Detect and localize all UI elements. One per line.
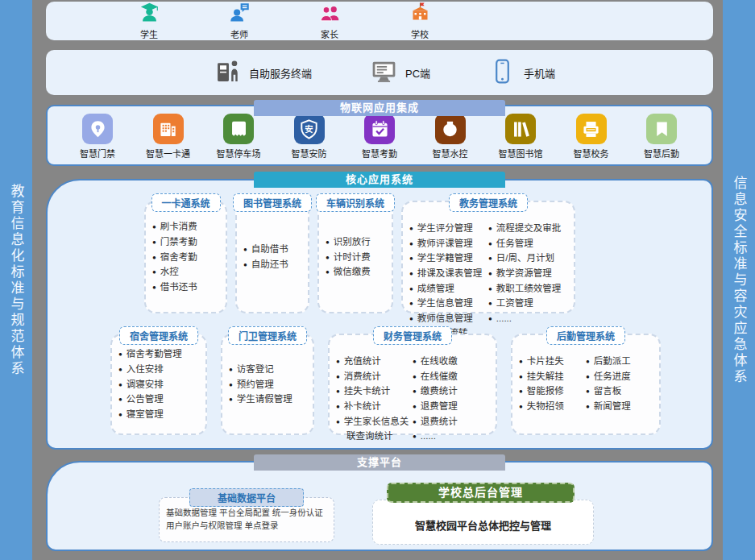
system-card-title: 财务管理系统 [373, 326, 452, 345]
iot-app-label: 智慧图书馆 [499, 147, 543, 160]
feature-list: 卡片挂失挂失解挂智能报修失物招领 [519, 354, 586, 414]
feature-item: 学生信息管理 [409, 296, 488, 311]
library-books-icon [505, 114, 536, 144]
iot-app-item: 智慧图书馆 [492, 114, 550, 160]
feature-item: 微信缴费 [326, 264, 385, 280]
support-platform-title: 支撑平台 [254, 454, 505, 471]
user-role-label: 老师 [230, 27, 248, 40]
feature-item: 学生请假管理 [229, 392, 306, 407]
feature-list: 刷卡消费门禁考勤宿舍考勤水控借书还书 [152, 219, 219, 294]
teacher-icon [229, 2, 251, 27]
iot-app-label: 智慧停车场 [217, 147, 261, 160]
iot-app-item: 智慧一卡通 [139, 114, 197, 160]
right-sidebar-label: 信息安全标准与容灾应急体系 [732, 176, 746, 385]
iot-app-item: 智慧校务 [562, 114, 620, 160]
school-backend-admin-card: 智慧校园平台总体把控与管理 [372, 500, 594, 545]
right-standards-sidebar: 信息安全标准与容灾应急体系 [723, 0, 755, 560]
terminal-item: 自助服务终端 [214, 57, 312, 89]
system-card-body: 刷卡消费门禁考勤宿舍考勤水控借书还书 [146, 202, 226, 312]
campus-card-icon [153, 114, 184, 144]
feature-item: 寝室管理 [118, 407, 199, 422]
feature-item: 挂失卡统计 [336, 384, 413, 399]
system-card-body: 学生评分管理教师评课管理学生学籍管理排课及课表管理成绩管理学生信息管理教师信息管… [403, 202, 574, 312]
parking-icon [223, 114, 254, 144]
terminal-label: 自助服务终端 [249, 65, 312, 81]
terminal-label: PC端 [405, 65, 430, 81]
user-role-label: 家长 [321, 27, 338, 40]
iot-app-item: 智慧水控 [421, 114, 479, 160]
feature-item: 教学资源管理 [488, 266, 567, 281]
feature-item: 水控 [152, 264, 219, 280]
parents-icon [319, 2, 341, 27]
access-terminals-row: 自助服务终端PC端手机端 [46, 50, 713, 95]
feature-item: 卡片挂失 [519, 354, 586, 369]
feature-item: 新闻管理 [586, 399, 653, 414]
terminal-item: 手机端 [488, 57, 555, 89]
feature-item: 成绩管理 [409, 281, 488, 297]
attendance-calendar-icon [364, 114, 395, 144]
system-card-title: 后勤管理系统 [546, 326, 625, 345]
iot-app-item: 智慧停车场 [209, 114, 268, 160]
user-role-label: 学校 [411, 27, 429, 40]
iot-app-item: 安智慧安防 [280, 114, 338, 160]
iot-app-label: 智慧安防 [292, 147, 327, 160]
core-applications-panel: 核心应用系统 一卡通系统刷卡消费门禁考勤宿舍考勤水控借书还书图书管理系统自助借书… [46, 179, 713, 450]
system-card: 后勤管理系统卡片挂失挂失解挂智能报修失物招领后勤派工任务进度留言板新闻管理 [511, 334, 661, 435]
iot-app-label: 智慧一卡通 [146, 147, 190, 160]
user-role-item: 老师 [213, 2, 266, 40]
system-card-title: 图书管理系统 [233, 193, 312, 212]
feature-list: 充值统计消费统计挂失卡统计补卡统计学生家长信息关联查询统计 [336, 354, 413, 444]
base-platform-feature-line: 用户账户与权限管理 单点登录 [166, 519, 327, 532]
feature-item: 消费统计 [336, 369, 413, 384]
base-data-platform-title: 基础数据平台 [189, 488, 304, 507]
feature-list: 流程提交及审批任务管理日/周、月计划教学资源管理教职工绩效管理工资管理.....… [488, 221, 567, 326]
feature-list: 自助借书自助还书 [243, 242, 301, 272]
left-sidebar-label: 教育信息化标准与规范体系 [10, 184, 23, 377]
user-role-label: 学生 [140, 27, 158, 40]
feature-item: 宿舍考勤管理 [118, 346, 199, 362]
system-card-body: 识别放行计时计费微信缴费 [319, 202, 392, 312]
system-card: 财务管理系统充值统计消费统计挂失卡统计补卡统计学生家长信息关联查询统计在线收缴在… [328, 334, 497, 435]
feature-item: 入住安排 [118, 362, 199, 377]
feature-item: ...... [488, 311, 567, 326]
feature-list: 后勤派工任务进度留言板新闻管理 [586, 354, 653, 414]
access-terminals-panel: 自助服务终端PC端手机端 [46, 50, 713, 95]
system-card: 一卡通系统刷卡消费门禁考勤宿舍考勤水控借书还书 [144, 201, 227, 313]
feature-list: 学生评分管理教师评课管理学生学籍管理排课及课表管理成绩管理学生信息管理教师信息管… [409, 221, 488, 341]
feature-item: 补卡统计 [336, 399, 413, 414]
feature-item: 识别放行 [326, 234, 385, 250]
system-card: 车辆识别系统识别放行计时计费微信缴费 [317, 201, 393, 313]
system-card-body: 自助借书自助还书 [237, 202, 308, 312]
feature-item: ...... [413, 429, 489, 444]
iot-app-label: 智慧水控 [433, 147, 468, 160]
phone-icon [488, 57, 516, 89]
system-card-title: 门卫管理系统 [228, 326, 307, 345]
feature-item: 学生评分管理 [409, 221, 488, 236]
feature-item: 访客登记 [229, 362, 306, 377]
door-access-icon [82, 114, 113, 144]
base-platform-feature-line: 基础数据管理 平台全局配置 统一身份认证 [166, 506, 327, 519]
user-roles-row: 学生老师家长学校 [46, 2, 713, 40]
feature-item: 调寝安排 [118, 377, 199, 392]
feature-item: 公告管理 [118, 392, 199, 407]
iot-app-item: 智慧后勤 [633, 114, 691, 160]
feature-item: 自助还书 [243, 257, 301, 272]
left-standards-sidebar: 教育信息化标准与规范体系 [0, 0, 32, 560]
user-role-item: 学生 [122, 2, 176, 40]
iot-app-item: 智慧考勤 [351, 114, 409, 160]
feature-item: 教职工绩效管理 [488, 281, 567, 297]
terminal-label: 手机端 [524, 65, 555, 81]
feature-item: 工资管理 [488, 296, 567, 311]
base-data-platform-card: 基础数据平台 基础数据管理 平台全局配置 统一身份认证 用户账户与权限管理 单点… [159, 497, 334, 542]
school-affairs-icon [576, 114, 607, 144]
feature-item: 自助借书 [243, 242, 301, 257]
kiosk-icon [214, 57, 242, 89]
user-role-item: 学校 [393, 2, 446, 40]
core-applications-title: 核心应用系统 [254, 172, 505, 188]
feature-item: 后勤派工 [586, 354, 653, 369]
core-systems-row-1: 一卡通系统刷卡消费门禁考勤宿舍考勤水控借书还书图书管理系统自助借书自助还书车辆识… [144, 201, 711, 313]
system-card: 门卫管理系统访客登记预约管理学生请假管理 [221, 334, 314, 435]
smart-campus-architecture-diagram: 教育信息化标准与规范体系 信息安全标准与容灾应急体系 学生老师家长学校 自助服务… [0, 0, 755, 560]
feature-list: 在线收缴在线催缴缴费统计退费管理退费统计...... [413, 354, 489, 444]
iot-app-label: 智慧门禁 [80, 147, 115, 160]
